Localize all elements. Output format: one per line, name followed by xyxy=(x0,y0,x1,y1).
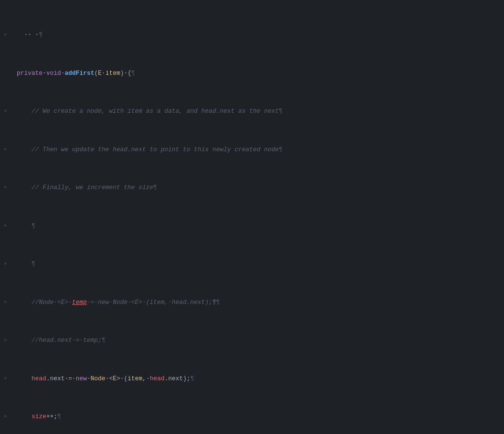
code-line: private·void·addFirst(E·item)·{¶ xyxy=(17,69,500,78)
gutter xyxy=(4,69,14,69)
gutter: » xyxy=(4,412,14,421)
code-line: head.next·=·new·Node·<E>·(item,·head.nex… xyxy=(17,374,500,384)
line-row: » head.next·=·new·Node·<E>·(item,·head.n… xyxy=(0,374,504,384)
gutter: » xyxy=(4,183,14,192)
code-line: //head.next·=·temp;¶ xyxy=(17,336,500,345)
code-line: ¶ xyxy=(17,222,500,231)
code-line: ¶ xyxy=(17,260,500,269)
line-row: » //Node·<E>·temp·=·new·Node·<E>·(item,·… xyxy=(0,298,504,307)
gutter: » xyxy=(4,374,14,383)
line-row: » ¶ xyxy=(0,260,504,269)
line-row: » // Then we update the head.next to poi… xyxy=(0,145,504,155)
gutter: » xyxy=(4,145,14,154)
code-line: // Then we update the head.next to point… xyxy=(17,145,500,155)
line-row: » // We create a node, with item as a da… xyxy=(0,107,504,116)
code-line: size++;¶ xyxy=(17,412,500,422)
code-line: ·· ·¶ xyxy=(17,31,500,40)
gutter: » xyxy=(4,336,14,344)
gutter: » xyxy=(4,107,14,115)
code-line: // Finally, we increment the size¶ xyxy=(17,183,500,193)
line-row: private·void·addFirst(E·item)·{¶ xyxy=(0,69,504,78)
code-editor: » ·· ·¶ private·void·addFirst(E·item)·{¶… xyxy=(0,0,504,434)
line-row: » ·· ·¶ xyxy=(0,31,504,40)
code-line: // We create a node, with item as a data… xyxy=(17,107,500,116)
line-row: » //head.next·=·temp;¶ xyxy=(0,336,504,345)
gutter: » xyxy=(4,31,14,39)
gutter: » xyxy=(4,260,14,268)
line-row: » size++;¶ xyxy=(0,412,504,422)
line-row: » ¶ xyxy=(0,222,504,231)
gutter: » xyxy=(4,298,14,306)
code-line: //Node·<E>·temp·=·new·Node·<E>·(item,·he… xyxy=(17,298,500,307)
line-row: » // Finally, we increment the size¶ xyxy=(0,183,504,193)
gutter: » xyxy=(4,222,14,230)
